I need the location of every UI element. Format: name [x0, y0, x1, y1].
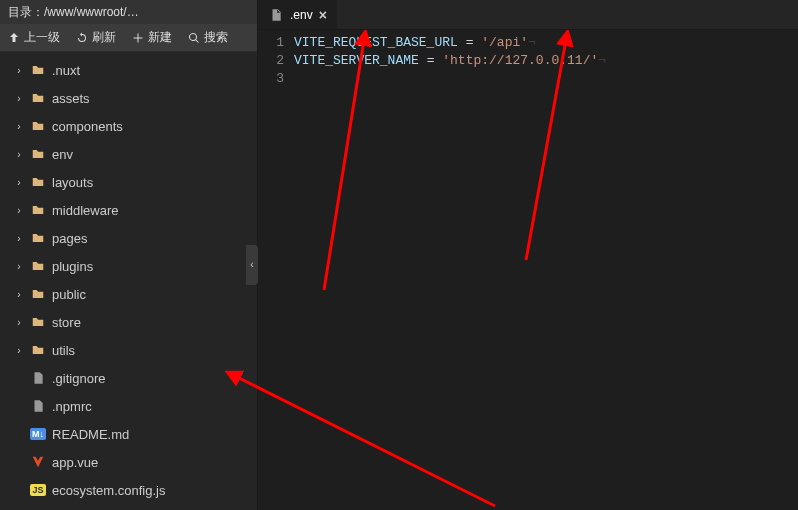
path-bar: 目录：/www/wwwroot/…	[0, 0, 257, 24]
refresh-icon	[76, 32, 88, 44]
tree-item-label: public	[52, 287, 86, 302]
chevron-right-icon: ›	[14, 121, 24, 132]
tree-item-label: components	[52, 119, 123, 134]
code-line	[294, 70, 798, 88]
refresh-button[interactable]: 刷新	[68, 24, 124, 51]
tree-item-label: app.vue	[52, 455, 98, 470]
tree-item-label: middleware	[52, 203, 118, 218]
tree-file[interactable]: ›.gitignore	[0, 364, 257, 392]
tree-item-label: env	[52, 147, 73, 162]
chevron-right-icon: ›	[14, 233, 24, 244]
tree-item-label: assets	[52, 91, 90, 106]
vue-icon	[30, 455, 46, 469]
tree-item-label: .npmrc	[52, 399, 92, 414]
tree-file[interactable]: ›app.vue	[0, 448, 257, 476]
folder-icon	[30, 231, 46, 245]
file-tree: ›.nuxt›assets›components›env›layouts›mid…	[0, 52, 257, 510]
line-number: 1	[258, 34, 284, 52]
tree-file[interactable]: ›M↓README.md	[0, 420, 257, 448]
folder-icon	[30, 175, 46, 189]
tree-folder[interactable]: ›utils	[0, 336, 257, 364]
folder-icon	[30, 147, 46, 161]
tree-folder[interactable]: ›components	[0, 112, 257, 140]
folder-icon	[30, 343, 46, 357]
tree-folder[interactable]: ›assets	[0, 84, 257, 112]
chevron-right-icon: ›	[14, 65, 24, 76]
folder-icon	[30, 315, 46, 329]
chevron-right-icon: ›	[14, 261, 24, 272]
tree-folder[interactable]: ›pages	[0, 224, 257, 252]
up-button[interactable]: 上一级	[0, 24, 68, 51]
folder-icon	[30, 287, 46, 301]
folder-icon	[30, 203, 46, 217]
code-content: VITE_REQUEST_BASE_URL = '/api'¬VITE_SERV…	[294, 34, 798, 510]
chevron-right-icon: ›	[14, 177, 24, 188]
tree-folder[interactable]: ›layouts	[0, 168, 257, 196]
sidebar: 目录：/www/wwwroot/… 上一级 刷新 新建 搜索 ›.nux	[0, 0, 258, 510]
tree-item-label: ecosystem.config.js	[52, 483, 165, 498]
chevron-right-icon: ›	[14, 289, 24, 300]
toolbar: 上一级 刷新 新建 搜索	[0, 24, 257, 52]
tree-folder[interactable]: ›env	[0, 140, 257, 168]
up-arrow-icon	[8, 32, 20, 44]
editor: .env × 123 VITE_REQUEST_BASE_URL = '/api…	[258, 0, 798, 510]
tree-item-label: store	[52, 315, 81, 330]
up-label: 上一级	[24, 29, 60, 46]
tree-item-label: utils	[52, 343, 75, 358]
tree-item-label: plugins	[52, 259, 93, 274]
chevron-right-icon: ›	[14, 93, 24, 104]
search-label: 搜索	[204, 29, 228, 46]
file-icon	[30, 371, 46, 385]
search-icon	[188, 32, 200, 44]
folder-icon	[30, 259, 46, 273]
line-number: 3	[258, 70, 284, 88]
folder-icon	[30, 63, 46, 77]
file-icon	[30, 399, 46, 413]
chevron-right-icon: ›	[14, 149, 24, 160]
tree-folder[interactable]: ›middleware	[0, 196, 257, 224]
tree-folder[interactable]: ›public	[0, 280, 257, 308]
tree-file[interactable]: ›.npmrc	[0, 392, 257, 420]
collapse-handle[interactable]: ‹	[246, 245, 258, 285]
tree-file[interactable]: ›JSecosystem.config.js	[0, 476, 257, 504]
tree-item-label: .gitignore	[52, 371, 105, 386]
refresh-label: 刷新	[92, 29, 116, 46]
js-icon: JS	[30, 484, 46, 496]
tree-folder[interactable]: ›plugins	[0, 252, 257, 280]
tree-item-label: pages	[52, 231, 87, 246]
tab-env[interactable]: .env ×	[258, 0, 338, 29]
tree-item-label: .nuxt	[52, 63, 80, 78]
line-number: 2	[258, 52, 284, 70]
new-button[interactable]: 新建	[124, 24, 180, 51]
new-label: 新建	[148, 29, 172, 46]
close-icon[interactable]: ×	[319, 7, 327, 23]
tree-folder[interactable]: ›store	[0, 308, 257, 336]
code-area[interactable]: 123 VITE_REQUEST_BASE_URL = '/api'¬VITE_…	[258, 30, 798, 510]
chevron-right-icon: ›	[14, 205, 24, 216]
code-line: VITE_REQUEST_BASE_URL = '/api'¬	[294, 34, 798, 52]
markdown-icon: M↓	[30, 428, 46, 440]
tree-folder[interactable]: ›.nuxt	[0, 56, 257, 84]
tab-bar: .env ×	[258, 0, 798, 30]
code-line: VITE_SERVER_NAME = 'http://127.0.0.11/'¬	[294, 52, 798, 70]
line-gutter: 123	[258, 34, 294, 510]
search-button[interactable]: 搜索	[180, 24, 236, 51]
chevron-right-icon: ›	[14, 317, 24, 328]
folder-icon	[30, 91, 46, 105]
file-icon	[268, 8, 284, 22]
plus-icon	[132, 32, 144, 44]
tree-item-label: layouts	[52, 175, 93, 190]
chevron-right-icon: ›	[14, 345, 24, 356]
folder-icon	[30, 119, 46, 133]
tree-item-label: README.md	[52, 427, 129, 442]
tab-label: .env	[290, 8, 313, 22]
